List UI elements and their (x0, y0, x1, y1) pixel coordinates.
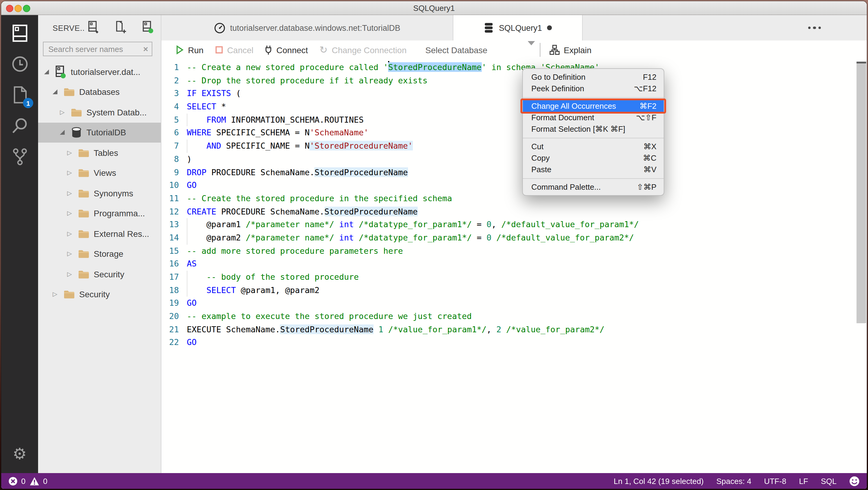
menu-item-go-to-definition[interactable]: Go to DefinitionF12 (523, 71, 664, 83)
collapsed-twistie-icon[interactable]: ▷ (53, 292, 57, 298)
code-line-8[interactable]: 8) (161, 153, 867, 166)
editor-tab-active[interactable]: SQLQuery1 (453, 15, 583, 40)
expanded-twistie-icon[interactable] (53, 90, 57, 95)
app-window-frame: SQLQuery1 1⚙ SERVE.. × tutorialserver.da… (0, 0, 868, 490)
collapsed-twistie-icon[interactable]: ▷ (67, 210, 72, 217)
search-icon (11, 117, 28, 136)
active-connections-button[interactable] (142, 22, 154, 34)
status-ln-1-col-42-19-selected[interactable]: Ln 1, Col 42 (19 selected) (614, 477, 704, 486)
collapsed-twistie-icon[interactable]: ▷ (67, 271, 72, 277)
code-line-7[interactable]: 7 AND SPECIFIC_NAME = N'StoredProcedureN… (161, 139, 867, 153)
minimize-window-icon[interactable] (14, 5, 22, 12)
collapsed-twistie-icon[interactable]: ▷ (67, 251, 72, 257)
menu-item-copy[interactable]: Copy⌘C (523, 152, 664, 164)
database-stack-icon (484, 22, 494, 33)
more-actions-icon[interactable] (808, 15, 867, 40)
status-lf[interactable]: LF (799, 477, 808, 486)
activity-bar-item-notebooks[interactable]: 1 (1, 80, 38, 111)
explain-button[interactable]: Explain (549, 45, 591, 55)
code-line-17[interactable]: 17 -- body of the stored procedure (161, 271, 867, 284)
collapsed-twistie-icon[interactable]: ▷ (67, 150, 72, 156)
select-database-dropdown[interactable]: Select Database (425, 45, 535, 55)
error-count[interactable]: 0 (8, 477, 25, 486)
servers-icon (12, 24, 28, 44)
line-number: 20 (161, 310, 179, 323)
code-line-1[interactable]: 1-- Create a new stored procedure called… (161, 61, 867, 74)
collapsed-twistie-icon[interactable]: ▷ (67, 231, 72, 237)
code-line-6[interactable]: 6WHERE SPECIFIC_SCHEMA = N'SchemaName' (161, 127, 867, 139)
tree-item-programma[interactable]: ▷Programma... (38, 203, 161, 224)
code-line-11[interactable]: 11-- Create the stored procedure in the … (161, 192, 867, 205)
status-spaces-4[interactable]: Spaces: 4 (716, 477, 751, 486)
activity-bar-item-search[interactable] (1, 111, 38, 142)
status-sql[interactable]: SQL (821, 477, 837, 486)
menu-item-command-palette[interactable]: Command Palette...⇧⌘P (523, 181, 664, 193)
menu-separator (523, 97, 664, 98)
code-line-12[interactable]: 12CREATE PROCEDURE SchemaName.StoredProc… (161, 205, 867, 218)
code-line-21[interactable]: 21EXECUTE SchemaName.StoredProcedureName… (161, 323, 867, 336)
tree-item-system-datab[interactable]: ▷System Datab... (38, 102, 161, 122)
collapsed-twistie-icon[interactable]: ▷ (60, 109, 64, 116)
collapsed-twistie-icon[interactable]: ▷ (67, 170, 72, 176)
menu-item-format-document[interactable]: Format Document⌥⇧F (523, 112, 664, 123)
search-input[interactable] (47, 44, 143, 54)
expanded-twistie-icon[interactable] (60, 130, 65, 135)
code-line-16[interactable]: 16AS (161, 258, 867, 271)
problems-summary[interactable]: 00 (8, 477, 48, 486)
activity-bar-item-source-control[interactable] (1, 142, 38, 173)
tree-item-tutorialdb[interactable]: TutorialDB (38, 122, 161, 142)
menu-item-change-all-occurrences[interactable]: Change All Occurrences⌘F2 (523, 100, 664, 112)
server-search-box[interactable]: × (43, 42, 152, 56)
code-line-18[interactable]: 18 SELECT @param1, @param2 (161, 284, 867, 297)
expanded-twistie-icon[interactable] (44, 69, 49, 74)
menu-item-peek-definition[interactable]: Peek Definition⌥F12 (523, 83, 664, 94)
tree-item-security[interactable]: ▷Security (38, 284, 161, 304)
code-line-20[interactable]: 20-- example to execute the stored proce… (161, 310, 867, 323)
menu-item-paste[interactable]: Paste⌘V (523, 164, 664, 175)
smiley-status[interactable] (849, 476, 860, 486)
tree-item-tutorialserver-dat[interactable]: tutorialserver.dat... (38, 62, 161, 82)
code-line-15[interactable]: 15-- add more stored procedure parameter… (161, 244, 867, 257)
connect-button[interactable]: Connect (265, 45, 308, 55)
menu-item-format-selection-k-f[interactable]: Format Selection [⌘K ⌘F] (523, 123, 664, 135)
code-line-4[interactable]: 4SELECT * (161, 100, 867, 113)
new-connection-button[interactable] (88, 22, 99, 34)
code-line-9[interactable]: 9DROP PROCEDURE SchemaName.StoredProcedu… (161, 166, 867, 179)
dirty-indicator-icon[interactable] (547, 25, 552, 30)
activity-bar-item-settings[interactable]: ⚙ (1, 439, 38, 468)
warning-icon (30, 477, 39, 486)
code-line-10[interactable]: 10GO (161, 179, 867, 192)
editor-tab-inactive[interactable]: tutorialserver.database.windows.net:Tuto… (161, 15, 453, 40)
new-server-group-button[interactable] (115, 22, 126, 34)
tree-item-external-res[interactable]: ▷External Res... (38, 224, 161, 244)
tree-item-security[interactable]: ▷Security (38, 264, 161, 284)
run-button[interactable]: Run (176, 45, 204, 55)
code-editor[interactable]: 1-- Create a new stored procedure called… (161, 59, 867, 473)
menu-item-cut[interactable]: Cut⌘X (523, 141, 664, 152)
activity-bar-item-servers[interactable] (1, 19, 38, 50)
close-window-icon[interactable] (6, 5, 13, 12)
code-line-14[interactable]: 14 @param2 /*parameter name*/ int /*data… (161, 231, 867, 244)
code-line-3[interactable]: 3IF EXISTS ( (161, 87, 867, 100)
warning-count[interactable]: 0 (30, 477, 47, 486)
collapsed-twistie-icon[interactable]: ▷ (67, 190, 72, 196)
menu-item-shortcut: F12 (643, 72, 656, 81)
status-utf-8[interactable]: UTF-8 (764, 477, 786, 486)
code-line-19[interactable]: 19GO (161, 297, 867, 310)
tree-item-synonyms[interactable]: ▷Synonyms (38, 183, 161, 203)
clear-search-icon[interactable]: × (143, 45, 148, 53)
editor-scrollbar[interactable] (857, 62, 866, 323)
folder-icon (63, 87, 75, 97)
tree-item-databases[interactable]: Databases (38, 82, 161, 102)
status-right-items: Ln 1, Col 42 (19 selected)Spaces: 4UTF-8… (614, 476, 860, 486)
zoom-window-icon[interactable] (23, 5, 30, 12)
tree-item-storage[interactable]: ▷Storage (38, 244, 161, 264)
code-line-2[interactable]: 2-- Drop the stored procedure if it alre… (161, 74, 867, 87)
activity-bar-item-task-history[interactable] (1, 50, 38, 80)
code-line-13[interactable]: 13 @param1 /*parameter name*/ int /*data… (161, 219, 867, 231)
tree-item-tables[interactable]: ▷Tables (38, 142, 161, 163)
tree-item-views[interactable]: ▷Views (38, 163, 161, 183)
code-line-22[interactable]: 22GO (161, 336, 867, 349)
menu-item-label: Peek Definition (531, 84, 584, 93)
code-line-5[interactable]: 5 FROM INFORMATION_SCHEMA.ROUTINES (161, 113, 867, 127)
